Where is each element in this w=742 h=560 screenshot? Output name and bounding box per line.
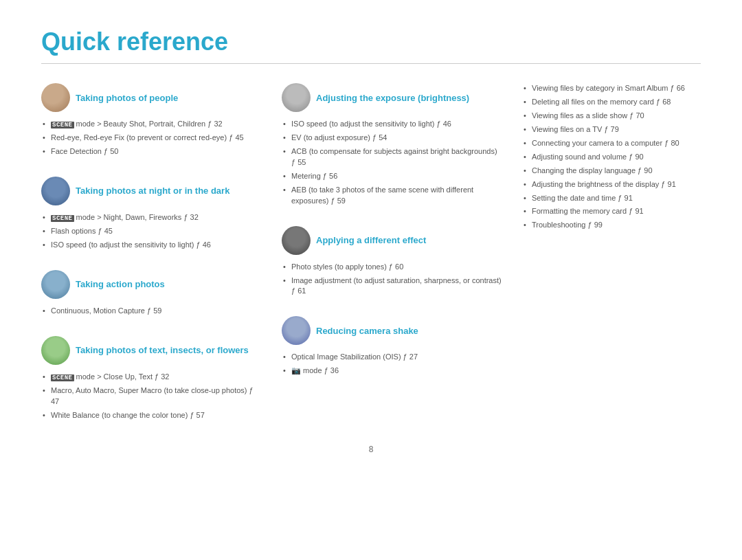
section-header-night: Taking photos at night or in the dark (41, 177, 261, 205)
list-item: AEB (to take 3 photos of the same scene … (283, 185, 502, 207)
section-title-flowers: Taking photos of text, insects, or flowe… (76, 345, 249, 355)
bullet-list-effect: Photo styles (to apply tones) ƒ 60Image … (282, 262, 502, 300)
list-item: Optical Image Stabilization (OIS) ƒ 27 (283, 352, 502, 363)
section-header-exposure: Adjusting the exposure (brightness) (282, 83, 502, 112)
effect-icon (282, 226, 311, 255)
section-action: Taking action photosContinuous, Motion C… (41, 270, 261, 320)
list-item: Metering ƒ 56 (283, 171, 502, 182)
section-title-shake: Reducing camera shake (316, 326, 418, 336)
list-item: Deleting all files on the memory card ƒ … (524, 97, 701, 108)
night-icon (41, 177, 70, 205)
list-item: SCENE mode > Close Up, Text ƒ 32 (43, 372, 261, 383)
list-item: 📷 mode ƒ 36 (283, 366, 502, 377)
section-header-shake: Reducing camera shake (282, 316, 502, 345)
list-item: ISO speed (to adjust the sensitivity to … (283, 119, 502, 130)
list-item: EV (to adjust exposure) ƒ 54 (283, 133, 502, 144)
list-item: Viewing files on a TV ƒ 79 (524, 124, 701, 135)
list-item: Troubleshooting ƒ 99 (524, 220, 701, 231)
list-item: White Balance (to change the color tone)… (43, 410, 261, 421)
section-people: Taking photos of peopleSCENE mode > Beau… (41, 83, 261, 160)
list-item: Viewing files by category in Smart Album… (524, 83, 701, 94)
people-icon (41, 83, 70, 112)
bullet-list-shake: Optical Image Stabilization (OIS) ƒ 27📷 … (282, 352, 502, 379)
bullet-list-action: Continuous, Motion Capture ƒ 59 (41, 306, 261, 320)
section-title-effect: Applying a different effect (316, 235, 426, 245)
bullet-list-night: SCENE mode > Night, Dawn, Fireworks ƒ 32… (41, 212, 261, 254)
flowers-icon (41, 336, 70, 365)
section-exposure: Adjusting the exposure (brightness)ISO s… (282, 83, 502, 210)
list-item: SCENE mode > Night, Dawn, Fireworks ƒ 32 (43, 212, 261, 223)
list-item: ISO speed (to adjust the sensitivity to … (43, 240, 261, 251)
bullet-list-people: SCENE mode > Beauty Shot, Portrait, Chil… (41, 119, 261, 160)
column-3: Viewing files by category in Smart Album… (522, 83, 701, 424)
bullet-list-flowers: SCENE mode > Close Up, Text ƒ 32Macro, A… (41, 372, 261, 424)
list-item: Macro, Auto Macro, Super Macro (to take … (43, 385, 261, 407)
column-1: Taking photos of peopleSCENE mode > Beau… (41, 83, 261, 424)
list-item: Face Detection ƒ 50 (43, 146, 261, 157)
section-flowers: Taking photos of text, insects, or flowe… (41, 336, 261, 424)
section-night: Taking photos at night or in the darkSCE… (41, 177, 261, 254)
section-title-action: Taking action photos (76, 279, 165, 289)
section-effect: Applying a different effectPhoto styles … (282, 226, 502, 300)
list-item: Continuous, Motion Capture ƒ 59 (43, 306, 261, 317)
section-header-effect: Applying a different effect (282, 226, 502, 255)
shake-icon (282, 316, 311, 345)
list-item: ACB (to compensate for subjects against … (283, 146, 502, 168)
section-header-flowers: Taking photos of text, insects, or flowe… (41, 336, 261, 365)
bullet-list-exposure: ISO speed (to adjust the sensitivity to … (282, 119, 502, 210)
list-item: Adjusting the brightness of the display … (524, 179, 701, 190)
list-item: Flash options ƒ 45 (43, 226, 261, 237)
list-item: Setting the date and time ƒ 91 (524, 193, 701, 204)
section-header-action: Taking action photos (41, 270, 261, 299)
section-title-exposure: Adjusting the exposure (brightness) (316, 93, 469, 103)
section-title-people: Taking photos of people (76, 93, 178, 103)
main-content: Taking photos of peopleSCENE mode > Beau… (41, 83, 701, 424)
list-item: Viewing files as a slide show ƒ 70 (524, 111, 701, 122)
column-2: Adjusting the exposure (brightness)ISO s… (282, 83, 502, 424)
list-item: Formatting the memory card ƒ 91 (524, 206, 701, 217)
list-item: Image adjustment (to adjust saturation, … (283, 276, 502, 298)
section-title-night: Taking photos at night or in the dark (76, 186, 229, 196)
right-bullet-list: Viewing files by category in Smart Album… (522, 83, 701, 234)
action-icon (41, 270, 70, 299)
list-item: Changing the display language ƒ 90 (524, 166, 701, 177)
list-item: SCENE mode > Beauty Shot, Portrait, Chil… (43, 119, 261, 130)
page-number: 8 (41, 445, 701, 454)
exposure-icon (282, 83, 311, 112)
list-item: Adjusting sound and volume ƒ 90 (524, 152, 701, 163)
title-divider (41, 63, 701, 64)
page-title: Quick reference (41, 27, 701, 56)
list-item: Red-eye, Red-eye Fix (to prevent or corr… (43, 133, 261, 144)
section-header-people: Taking photos of people (41, 83, 261, 112)
list-item: Connecting your camera to a computer ƒ 8… (524, 138, 701, 149)
list-item: Photo styles (to apply tones) ƒ 60 (283, 262, 502, 273)
section-shake: Reducing camera shakeOptical Image Stabi… (282, 316, 502, 379)
